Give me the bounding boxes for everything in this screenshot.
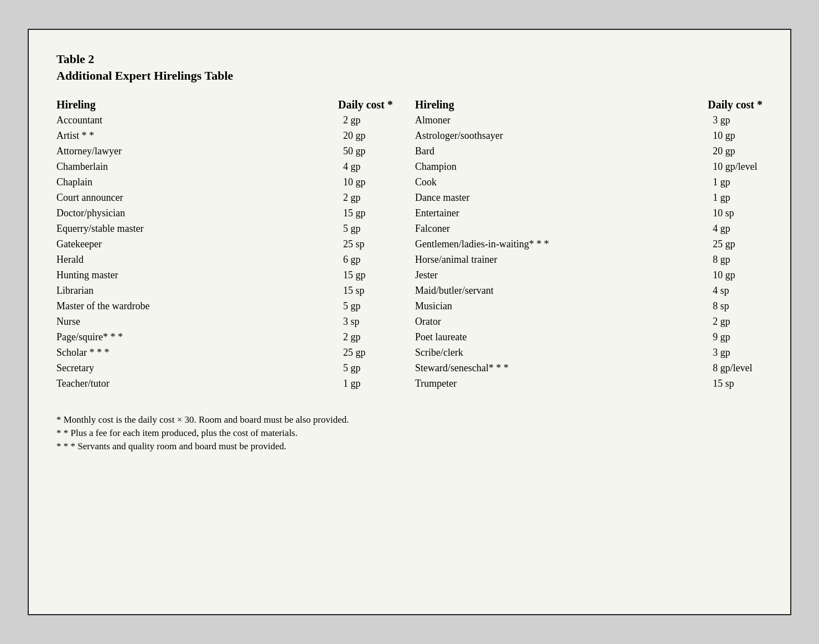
left-hireling-cost: 3 sp [343,316,393,328]
right-hireling-header: Hireling [415,98,702,111]
right-table-row: Almoner 3 gp [415,115,763,130]
right-table-row: Horse/animal trainer 8 gp [415,254,763,269]
right-column: Hireling Daily cost * Almoner 3 gp Astro… [409,98,763,393]
left-hireling-name: Nurse [56,316,338,328]
left-hireling-cost: 5 gp [343,223,393,235]
left-table-row: Court announcer 2 gp [56,192,393,207]
right-hireling-cost: 1 gp [713,192,763,204]
left-hireling-cost: 15 gp [343,269,393,281]
right-table-row: Astrologer/soothsayer 10 gp [415,130,763,146]
right-hireling-name: Gentlemen/ladies-in-waiting* * * [415,238,707,250]
table-subtitle: Additional Expert Hirelings Table [56,69,763,83]
left-hireling-name: Attorney/lawyer [56,146,338,157]
right-hireling-name: Orator [415,316,707,328]
left-hireling-name: Scholar * * * [56,347,338,359]
right-table-row: Orator 2 gp [415,316,763,331]
right-hireling-cost: 3 gp [713,115,763,126]
right-hireling-name: Maid/butler/servant [415,285,707,297]
left-table-row: Gatekeeper 25 sp [56,238,393,254]
right-hireling-cost: 10 sp [713,207,763,219]
right-hireling-cost: 20 gp [713,146,763,157]
right-table-row: Cook 1 gp [415,176,763,192]
left-hireling-cost: 2 gp [343,115,393,126]
footnote-1: * Monthly cost is the daily cost × 30. R… [56,414,763,425]
right-hireling-cost: 8 gp [713,254,763,266]
right-hireling-name: Poet laureate [415,331,707,343]
left-hireling-name: Chaplain [56,176,338,188]
right-hireling-name: Scribe/clerk [415,347,707,359]
left-hireling-cost: 5 gp [343,362,393,374]
left-hireling-cost: 15 sp [343,285,393,297]
right-hireling-name: Almoner [415,115,707,126]
left-table-row: Master of the wardrobe 5 gp [56,300,393,316]
left-hireling-cost: 2 gp [343,331,393,343]
left-hireling-name: Artist * * [56,130,338,142]
left-hireling-cost: 5 gp [343,300,393,312]
right-table-row: Gentlemen/ladies-in-waiting* * * 25 gp [415,238,763,254]
left-hireling-name: Hunting master [56,269,338,281]
right-hireling-name: Trumpeter [415,378,707,389]
left-hireling-cost: 4 gp [343,161,393,173]
right-table-row: Maid/butler/servant 4 sp [415,285,763,300]
left-header-row: Hireling Daily cost * [56,98,393,111]
left-hireling-cost: 2 gp [343,192,393,204]
left-hireling-name: Secretary [56,362,338,374]
right-hireling-cost: 4 sp [713,285,763,297]
left-hireling-name: Master of the wardrobe [56,300,338,312]
left-hireling-cost: 20 gp [343,130,393,142]
right-cost-header: Daily cost * [708,98,763,111]
right-hireling-name: Steward/seneschal* * * [415,362,707,374]
left-hireling-name: Equerry/stable master [56,223,338,235]
right-header-row: Hireling Daily cost * [415,98,763,111]
left-hireling-name: Librarian [56,285,338,297]
left-table-row: Accountant 2 gp [56,115,393,130]
left-table-row: Chamberlain 4 gp [56,161,393,176]
right-hireling-cost: 8 gp/level [713,362,763,374]
left-hireling-cost: 6 gp [343,254,393,266]
left-table-row: Teacher/tutor 1 gp [56,378,393,393]
right-hireling-name: Astrologer/soothsayer [415,130,707,142]
right-table-row: Dance master 1 gp [415,192,763,207]
footnote-3: * * * Servants and quality room and boar… [56,441,763,452]
right-hireling-name: Champion [415,161,707,173]
left-hireling-cost: 15 gp [343,207,393,219]
right-table-row: Jester 10 gp [415,269,763,285]
right-table-row: Scribe/clerk 3 gp [415,347,763,362]
right-hireling-name: Dance master [415,192,707,204]
left-hireling-cost: 1 gp [343,378,393,389]
right-hireling-name: Falconer [415,223,707,235]
right-hireling-name: Entertainer [415,207,707,219]
right-table-row: Champion 10 gp/level [415,161,763,176]
left-hireling-name: Court announcer [56,192,338,204]
left-table-row: Hunting master 15 gp [56,269,393,285]
right-hireling-name: Musician [415,300,707,312]
right-rows: Almoner 3 gp Astrologer/soothsayer 10 gp… [415,115,763,393]
right-table-row: Poet laureate 9 gp [415,331,763,347]
right-hireling-cost: 9 gp [713,331,763,343]
left-rows: Accountant 2 gp Artist * * 20 gp Attorne… [56,115,393,393]
left-hireling-cost: 25 gp [343,347,393,359]
right-hireling-cost: 10 gp [713,269,763,281]
right-table-row: Bard 20 gp [415,146,763,161]
right-table-row: Trumpeter 15 sp [415,378,763,393]
left-hireling-name: Teacher/tutor [56,378,338,389]
left-hireling-name: Page/squire* * * [56,331,338,343]
left-hireling-name: Accountant [56,115,338,126]
right-table-row: Falconer 4 gp [415,223,763,238]
right-hireling-name: Bard [415,146,707,157]
left-table-row: Scholar * * * 25 gp [56,347,393,362]
right-hireling-cost: 15 sp [713,378,763,389]
right-hireling-cost: 4 gp [713,223,763,235]
right-hireling-name: Horse/animal trainer [415,254,707,266]
table-grid: Hireling Daily cost * Accountant 2 gp Ar… [56,98,763,393]
right-table-row: Musician 8 sp [415,300,763,316]
table-title: Table 2 [56,52,763,66]
left-hireling-cost: 10 gp [343,176,393,188]
left-table-row: Chaplain 10 gp [56,176,393,192]
right-hireling-cost: 25 gp [713,238,763,250]
left-table-row: Nurse 3 sp [56,316,393,331]
right-hireling-cost: 2 gp [713,316,763,328]
left-hireling-name: Chamberlain [56,161,338,173]
left-hireling-name: Gatekeeper [56,238,338,250]
right-hireling-cost: 3 gp [713,347,763,359]
